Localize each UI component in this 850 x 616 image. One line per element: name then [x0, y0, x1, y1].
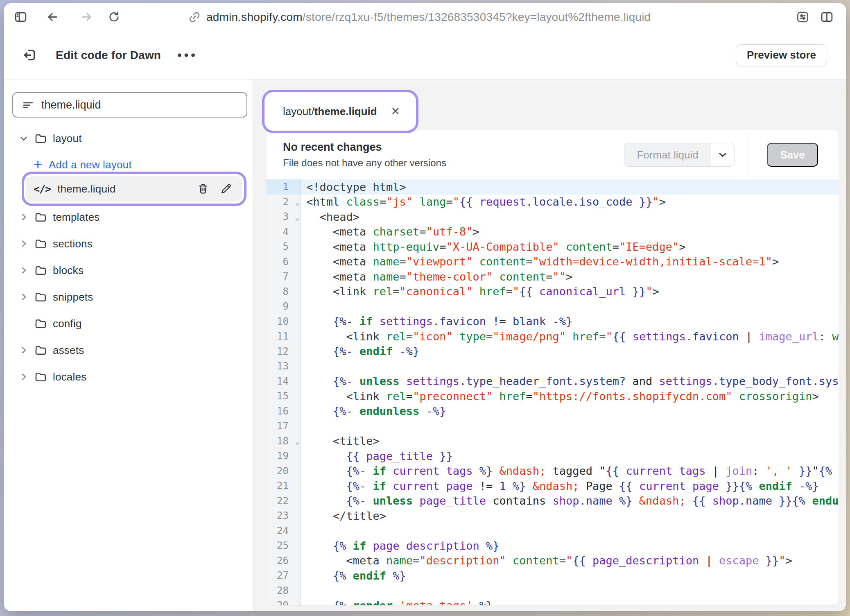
address-bar[interactable]: admin.shopify.com/store/rzq1xu-f5/themes…: [206, 11, 651, 24]
delete-icon[interactable]: [197, 183, 209, 195]
preview-store-button[interactable]: Preview store: [736, 44, 827, 66]
line-number-gutter: 18⌄: [267, 434, 301, 449]
format-liquid-button[interactable]: Format liquid: [624, 143, 734, 167]
code-line[interactable]: 23 </title>: [267, 508, 839, 523]
code-line[interactable]: 10 {%- if settings.favicon != blank -%}: [267, 314, 839, 329]
code-line[interactable]: 19 {{ page_title }}: [267, 448, 839, 464]
more-menu-button[interactable]: •••: [177, 48, 198, 62]
folder-icon: [34, 317, 47, 330]
file-label: theme.liquid: [57, 183, 116, 195]
code-line[interactable]: 9: [267, 299, 839, 314]
code-line[interactable]: 5 <meta http-equiv="X-UA-Compatible" con…: [267, 239, 839, 254]
code-line[interactable]: 29 {% render 'meta-tags' %}: [267, 598, 839, 605]
folder-icon: [34, 132, 47, 145]
line-number-gutter: 7: [267, 269, 301, 284]
code-line-text: {% render 'meta-tags' %}: [301, 599, 493, 605]
code-line[interactable]: 26 <meta name="description" content="{{ …: [267, 553, 839, 568]
file-search-box[interactable]: [12, 92, 247, 118]
code-line[interactable]: 11 <link rel="icon" type="image/png" hre…: [267, 329, 839, 344]
format-liquid-dropdown[interactable]: [711, 143, 734, 166]
line-number-gutter: 11: [267, 329, 301, 344]
close-tab-icon[interactable]: ✕: [391, 105, 400, 118]
folder-icon: [34, 344, 47, 357]
exit-editor-button[interactable]: [23, 48, 37, 62]
code-line[interactable]: 13: [267, 359, 839, 374]
search-input[interactable]: [41, 98, 246, 112]
code-line[interactable]: 8 <link rel="canonical" href="{{ canonic…: [267, 284, 839, 299]
sidebar-item-snippets[interactable]: snippets: [4, 289, 253, 305]
format-liquid-label[interactable]: Format liquid: [624, 143, 710, 166]
code-line-text: <meta charset="utf-8">: [301, 225, 479, 238]
chevron-right-icon[interactable]: [19, 212, 29, 222]
line-number-gutter: 20: [267, 464, 301, 479]
split-view-icon[interactable]: [820, 10, 834, 24]
code-line-text: {%- endif -%}: [301, 345, 419, 358]
code-line[interactable]: 20 {%- if current_tags %} &ndash; tagged…: [267, 464, 839, 479]
sidebar-item-assets[interactable]: assets: [4, 342, 253, 358]
code-line-text: <link rel="preconnect" href="https://fon…: [301, 390, 819, 403]
sidebar-item-sections[interactable]: sections: [4, 236, 253, 252]
line-number-gutter: 12: [267, 344, 301, 359]
edit-icon[interactable]: [220, 183, 232, 195]
forward-button[interactable]: [80, 11, 93, 23]
filter-icon: [22, 99, 34, 111]
line-number-gutter: 17: [267, 419, 301, 434]
code-line[interactable]: 4 <meta charset="utf-8">: [267, 224, 839, 240]
line-number-gutter: 23: [267, 508, 301, 523]
code-line[interactable]: 14 {%- unless settings.type_header_font.…: [267, 374, 839, 389]
code-line[interactable]: 28: [267, 583, 839, 598]
code-editor[interactable]: 1<!doctype html>2⌄<html class="js" lang=…: [267, 179, 839, 605]
sidebar-item-layout[interactable]: layout: [4, 130, 253, 147]
chevron-down-icon[interactable]: [19, 134, 29, 143]
chevron-right-icon[interactable]: [19, 239, 29, 249]
sidebar-item-locales[interactable]: locales: [4, 369, 253, 385]
chevron-right-icon[interactable]: [19, 265, 29, 275]
fold-toggle-icon[interactable]: ⌄: [295, 198, 300, 206]
add-new-layout-button[interactable]: +Add a new layout: [4, 156, 253, 173]
code-line[interactable]: 2⌄<html class="js" lang="{{ request.loca…: [267, 195, 839, 210]
code-line[interactable]: 22 {%- unless page_title contains shop.n…: [267, 494, 839, 509]
fold-toggle-icon[interactable]: ⌄: [295, 437, 300, 445]
save-button[interactable]: Save: [767, 143, 818, 167]
line-number-gutter: 1: [267, 179, 301, 195]
sidebar-item-templates[interactable]: templates: [4, 209, 253, 225]
code-line-text: {{ page_title }}: [301, 450, 453, 462]
back-button[interactable]: [46, 11, 59, 23]
sidebar-item-blocks[interactable]: blocks: [4, 262, 253, 279]
editor-header: No recent changes File does not have any…: [267, 130, 839, 179]
tab-label: layout/theme.liquid: [283, 105, 377, 118]
page-title: Edit code for Dawn: [56, 49, 161, 62]
code-line-text: <meta name="description" content="{{ pag…: [301, 554, 792, 567]
sidebar-item-theme.liquid-selected[interactable]: </>theme.liquid: [26, 176, 242, 202]
line-number-gutter: 5: [267, 239, 301, 254]
code-line[interactable]: 15 <link rel="preconnect" href="https://…: [267, 389, 839, 404]
sidebar-item-config[interactable]: config: [4, 315, 253, 332]
code-line[interactable]: 16 {%- endunless -%}: [267, 404, 839, 419]
chevron-right-icon[interactable]: [19, 292, 29, 302]
folder-icon: [34, 371, 47, 383]
code-line[interactable]: 27 {% endif %}: [267, 568, 839, 583]
code-line-text: {%- if current_tags %} &ndash; tagged "{…: [301, 464, 839, 477]
code-line-text: {%- unless settings.type_header_font.sys…: [301, 375, 839, 387]
code-line[interactable]: 7 <meta name="theme-color" content="">: [267, 269, 839, 284]
code-line[interactable]: 6 <meta name="viewport" content="width=d…: [267, 254, 839, 270]
chevron-right-icon[interactable]: [19, 345, 29, 355]
tab-theme-liquid[interactable]: layout/theme.liquid ✕: [267, 94, 414, 129]
page-settings-icon[interactable]: [796, 10, 809, 24]
chevron-right-icon[interactable]: [19, 372, 29, 382]
code-line-text: <link rel="icon" type="image/png" href="…: [301, 330, 839, 343]
sidebar-toggle-icon[interactable]: [14, 10, 27, 24]
code-line[interactable]: 1<!doctype html>: [267, 179, 839, 195]
code-line-text: {% endif %}: [301, 569, 406, 582]
reload-button[interactable]: [108, 11, 120, 23]
plus-icon: +: [34, 157, 42, 172]
code-line[interactable]: 24: [267, 523, 839, 539]
fold-toggle-icon[interactable]: ⌄: [295, 213, 300, 221]
editor-card: No recent changes File does not have any…: [267, 130, 839, 605]
code-line[interactable]: 25 {% if page_description %}: [267, 538, 839, 553]
code-line[interactable]: 12 {%- endif -%}: [267, 344, 839, 359]
code-line[interactable]: 18⌄ <title>: [267, 434, 839, 449]
code-line[interactable]: 17: [267, 419, 839, 434]
code-line[interactable]: 3⌄ <head>: [267, 209, 839, 224]
code-line[interactable]: 21 {%- if current_page != 1 %} &ndash; P…: [267, 478, 839, 494]
